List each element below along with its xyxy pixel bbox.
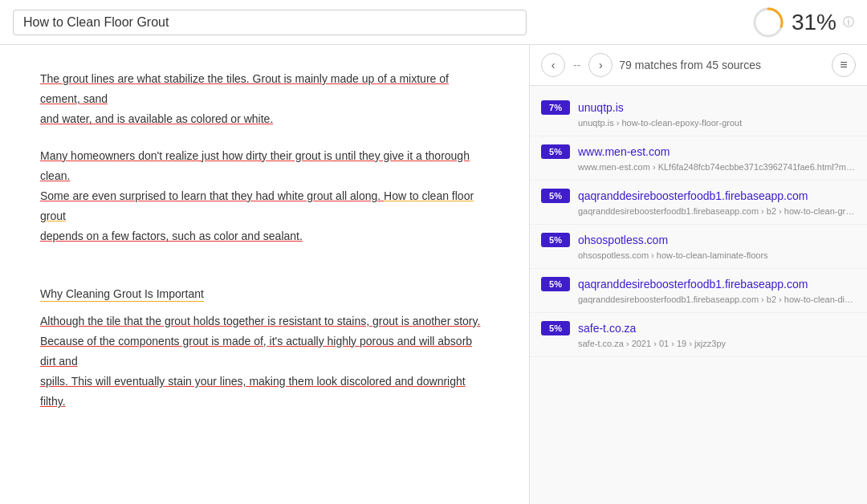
- text-span: and water, and is available as colored o…: [40, 112, 273, 125]
- text-span: Some are even surprised to learn that th…: [40, 189, 384, 202]
- source-url: gaqranddesireboosterfoodb1.firebaseapp.c…: [578, 206, 856, 216]
- progress-circle: [751, 6, 785, 39]
- progress-percent: 31%: [792, 10, 836, 35]
- paragraph-2: Many homeowners don't realize just how d…: [40, 146, 489, 247]
- prev-match-button[interactable]: ‹: [541, 53, 565, 77]
- source-list: 7% unuqtp.is unuqtp.is › how-to-clean-ep…: [530, 86, 867, 504]
- source-url: www.men-est.com › KLf6fa248fcb74ecbbe371…: [578, 162, 856, 172]
- paragraph-3: Although the tile that the grout holds t…: [40, 311, 489, 413]
- source-header: 5% qaqranddesireboosterfoodb1.firebaseap…: [541, 277, 856, 291]
- sentence-2-1: Many homeowners don't realize just how d…: [40, 146, 489, 186]
- text-span: spills. This will eventually stain your …: [40, 375, 466, 408]
- list-item[interactable]: 5% qaqranddesireboosterfoodb1.firebaseap…: [530, 269, 867, 313]
- sentence-2-2: Some are even surprised to learn that th…: [40, 186, 489, 226]
- source-domain: www.men-est.com: [578, 145, 670, 158]
- pct-badge: 5%: [541, 233, 570, 247]
- paragraph-1: The grout lines are what stabilize the t…: [40, 69, 489, 130]
- list-item[interactable]: 5% safe-t.co.za safe-t.co.za › 2021 › 01…: [530, 313, 867, 357]
- pct-badge: 5%: [541, 189, 570, 203]
- source-domain: qaqranddesireboosterfoodb1.firebaseapp.c…: [578, 189, 808, 202]
- source-url: safe-t.co.za › 2021 › 01 › 19 › jxjzz3py: [578, 339, 856, 348]
- source-header: 5% qaqranddesireboosterfoodb1.firebaseap…: [541, 189, 856, 203]
- match-counter: --: [572, 59, 582, 71]
- source-header: 7% unuqtp.is: [541, 100, 856, 115]
- info-icon[interactable]: ⓘ: [843, 15, 854, 30]
- source-domain: qaqranddesireboosterfoodb1.firebaseapp.c…: [578, 278, 808, 291]
- list-item[interactable]: 5% qaqranddesireboosterfoodb1.firebaseap…: [530, 181, 867, 225]
- pct-badge: 5%: [541, 277, 570, 291]
- text-span: Many homeowners don't realize just how d…: [40, 149, 470, 182]
- main-layout: The grout lines are what stabilize the t…: [0, 45, 867, 504]
- sentence-3-3: spills. This will eventually stain your …: [40, 372, 489, 412]
- source-header: 5% www.men-est.com: [541, 144, 856, 159]
- source-url: ohsospotless.com › how-to-clean-laminate…: [578, 250, 856, 260]
- document-title-input[interactable]: [13, 10, 527, 35]
- pct-badge: 7%: [541, 100, 570, 115]
- source-domain: safe-t.co.za: [578, 322, 636, 335]
- sources-menu-button[interactable]: ≡: [832, 53, 856, 77]
- source-domain: unuqtp.is: [578, 101, 624, 114]
- sentence-3-2: Because of the components grout is made …: [40, 331, 489, 372]
- progress-area: 31% ⓘ: [751, 6, 854, 39]
- source-url: gaqranddesireboosterfoodb1.firebaseapp.c…: [578, 295, 856, 304]
- source-domain: ohsospotless.com: [578, 234, 668, 246]
- source-nav: ‹ -- › 79 matches from 45 sources ≡: [530, 45, 867, 86]
- text-span: The grout lines are what stabilize the t…: [40, 72, 449, 105]
- sentence-3-1: Although the tile that the grout holds t…: [40, 311, 489, 331]
- source-header: 5% ohsospotless.com: [541, 233, 856, 247]
- document-panel: The grout lines are what stabilize the t…: [0, 45, 530, 504]
- source-header: 5% safe-t.co.za: [541, 321, 856, 335]
- section-heading: Why Cleaning Grout Is Important: [40, 287, 204, 302]
- top-bar: 31% ⓘ: [0, 0, 867, 45]
- sentence-2-3: depends on a few factors, such as color …: [40, 226, 489, 246]
- list-item[interactable]: 7% unuqtp.is unuqtp.is › how-to-clean-ep…: [530, 92, 867, 136]
- section-heading-block: Why Cleaning Grout Is Important: [40, 263, 489, 311]
- list-item[interactable]: 5% www.men-est.com www.men-est.com › KLf…: [530, 136, 867, 181]
- matches-count-label: 79 matches from 45 sources: [619, 59, 825, 71]
- list-item[interactable]: 5% ohsospotless.com ohsospotless.com › h…: [530, 225, 867, 269]
- pct-badge: 5%: [541, 144, 570, 159]
- text-span: Although the tile that the grout holds t…: [40, 315, 480, 327]
- source-url: unuqtp.is › how-to-clean-epoxy-floor-gro…: [578, 118, 856, 128]
- next-match-button[interactable]: ›: [588, 53, 613, 77]
- text-span: Because of the components grout is made …: [40, 335, 472, 368]
- sources-panel: ‹ -- › 79 matches from 45 sources ≡ 7% u…: [530, 45, 867, 504]
- text-span: depends on a few factors, such as color …: [40, 230, 303, 242]
- pct-badge: 5%: [541, 321, 570, 335]
- sentence-1-1: The grout lines are what stabilize the t…: [40, 69, 489, 109]
- sentence-1-2: and water, and is available as colored o…: [40, 109, 489, 129]
